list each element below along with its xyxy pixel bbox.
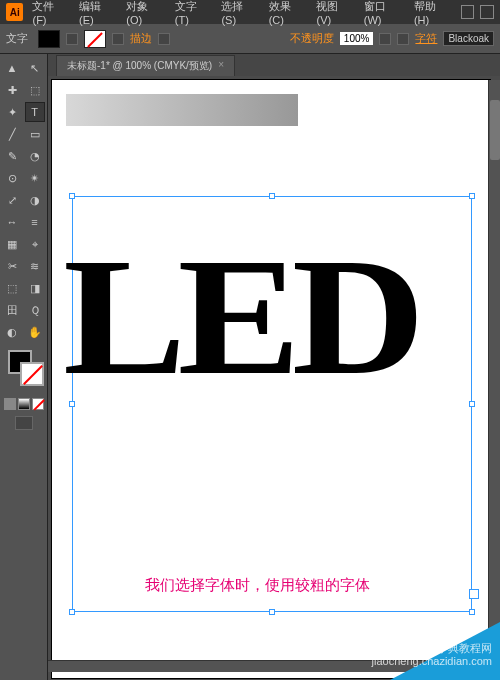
handle-top-right[interactable]	[469, 193, 475, 199]
gradient-tool[interactable]: ≋	[25, 256, 45, 276]
text-frame-selection[interactable]: LED 我们选择字体时，使用较粗的字体	[72, 196, 472, 612]
document-tab-bar: 未标题-1* @ 100% (CMYK/预览) ×	[48, 54, 500, 76]
main-menu: 文件(F) 编辑(E) 对象(O) 文字(T) 选择(S) 效果(C) 视图(V…	[27, 0, 454, 28]
stroke-color[interactable]	[20, 362, 44, 386]
handle-top-left[interactable]	[69, 193, 75, 199]
selection-tool[interactable]: ▲	[2, 58, 22, 78]
color-mode-none[interactable]	[32, 398, 44, 410]
title-bar: Ai 文件(F) 编辑(E) 对象(O) 文字(T) 选择(S) 效果(C) 视…	[0, 0, 500, 24]
line-tool[interactable]: ╱	[2, 124, 22, 144]
layout-icon[interactable]	[461, 5, 475, 19]
canvas-note-text[interactable]: 我们选择字体时，使用较粗的字体	[145, 576, 370, 595]
lasso-tool[interactable]: ⬚	[25, 80, 45, 100]
canvas[interactable]: LED 我们选择字体时，使用较粗的字体	[48, 76, 500, 680]
opacity-value[interactable]: 100%	[340, 32, 374, 45]
magic-wand-tool[interactable]: ✚	[2, 80, 22, 100]
slice-tool[interactable]: ✋	[25, 322, 45, 342]
menu-effect[interactable]: 效果(C)	[264, 0, 310, 28]
paintbrush-tool[interactable]: ✎	[2, 146, 22, 166]
tools-panel: ▲ ↖ ✚ ⬚ ✦ T ╱ ▭ ✎ ◔ ⊙ ✴ ⤢ ◑ ↔ ≡ ▦ ⌖ ✂ ≋ …	[0, 54, 48, 680]
menu-file[interactable]: 文件(F)	[27, 0, 72, 28]
shape-builder-tool[interactable]: ▦	[2, 234, 22, 254]
graph-tool[interactable]: Ｑ	[25, 300, 45, 320]
fill-swatch[interactable]	[38, 30, 60, 48]
watermark-line2: jiaocheng.chazidian.com	[372, 655, 492, 668]
artboard: LED 我们选择字体时，使用较粗的字体	[52, 80, 490, 678]
app-logo: Ai	[6, 3, 23, 21]
blob-brush-tool[interactable]: ⊙	[2, 168, 22, 188]
eraser-tool[interactable]: ✴	[25, 168, 45, 188]
text-outport-icon[interactable]	[469, 589, 479, 599]
document-area: 未标题-1* @ 100% (CMYK/预览) × LED 我	[48, 54, 500, 680]
scale-tool[interactable]: ◑	[25, 190, 45, 210]
handle-top-mid[interactable]	[269, 193, 275, 199]
current-tool-label: 文字	[6, 31, 28, 46]
symbol-sprayer-tool[interactable]: 田	[2, 300, 22, 320]
opacity-label: 不透明度	[290, 31, 334, 46]
menu-help[interactable]: 帮助(H)	[409, 0, 455, 28]
free-transform-tool[interactable]: ≡	[25, 212, 45, 232]
width-tool[interactable]: ↔	[2, 212, 22, 232]
color-mode-row	[2, 398, 45, 410]
character-panel-link[interactable]: 字符	[415, 31, 437, 46]
menu-object[interactable]: 对象(O)	[121, 0, 167, 28]
screen-mode-row	[2, 416, 45, 430]
tool-grid: ▲ ↖ ✚ ⬚ ✦ T ╱ ▭ ✎ ◔ ⊙ ✴ ⤢ ◑ ↔ ≡ ▦ ⌖ ✂ ≋ …	[2, 58, 45, 342]
close-icon[interactable]: ×	[218, 59, 224, 73]
screen-mode-button[interactable]	[15, 416, 33, 430]
scroll-thumb[interactable]	[490, 100, 500, 160]
font-family-field[interactable]: Blackoak	[443, 31, 494, 46]
canvas-main-text[interactable]: LED	[79, 241, 465, 392]
watermark-line1: 查字典教程网	[372, 642, 492, 655]
placeholder-rect	[66, 94, 298, 126]
stroke-swatch[interactable]	[84, 30, 106, 48]
menu-view[interactable]: 视图(V)	[311, 0, 356, 28]
stroke-weight-dropdown[interactable]	[158, 33, 170, 45]
color-mode-solid[interactable]	[4, 398, 16, 410]
document-tab[interactable]: 未标题-1* @ 100% (CMYK/预览) ×	[56, 55, 235, 76]
watermark: 查字典教程网 jiaocheng.chazidian.com	[372, 642, 492, 668]
color-mode-gradient[interactable]	[18, 398, 30, 410]
direct-selection-tool[interactable]: ↖	[25, 58, 45, 78]
options-bar: 文字 描边 不透明度 100% 字符 Blackoak	[0, 24, 500, 54]
opacity-dropdown-icon[interactable]	[379, 33, 391, 45]
stroke-dropdown-icon[interactable]	[112, 33, 124, 45]
menu-type[interactable]: 文字(T)	[170, 0, 215, 28]
rotate-tool[interactable]: ⤢	[2, 190, 22, 210]
rectangle-tool[interactable]: ▭	[25, 124, 45, 144]
eyedropper-tool[interactable]: ⬚	[2, 278, 22, 298]
layout-icon-2[interactable]	[480, 5, 494, 19]
stroke-label[interactable]: 描边	[130, 31, 152, 46]
fill-dropdown-icon[interactable]	[66, 33, 78, 45]
menu-select[interactable]: 选择(S)	[216, 0, 261, 28]
menu-edit[interactable]: 编辑(E)	[74, 0, 119, 28]
type-tool[interactable]: T	[25, 102, 45, 122]
handle-bot-mid[interactable]	[269, 609, 275, 615]
pen-tool[interactable]: ✦	[2, 102, 22, 122]
menu-window[interactable]: 窗口(W)	[359, 0, 407, 28]
handle-bot-right[interactable]	[469, 609, 475, 615]
handle-bot-left[interactable]	[69, 609, 75, 615]
artboard-tool[interactable]: ◐	[2, 322, 22, 342]
pencil-tool[interactable]: ◔	[25, 146, 45, 166]
scrollbar-vertical[interactable]	[488, 80, 500, 660]
handle-mid-right[interactable]	[469, 401, 475, 407]
workspace: ▲ ↖ ✚ ⬚ ✦ T ╱ ▭ ✎ ◔ ⊙ ✴ ⤢ ◑ ↔ ≡ ▦ ⌖ ✂ ≋ …	[0, 54, 500, 680]
style-icon[interactable]	[397, 33, 409, 45]
blend-tool[interactable]: ◨	[25, 278, 45, 298]
document-tab-title: 未标题-1* @ 100% (CMYK/预览)	[67, 59, 212, 73]
mesh-tool[interactable]: ✂	[2, 256, 22, 276]
color-section	[2, 350, 45, 394]
perspective-tool[interactable]: ⌖	[25, 234, 45, 254]
